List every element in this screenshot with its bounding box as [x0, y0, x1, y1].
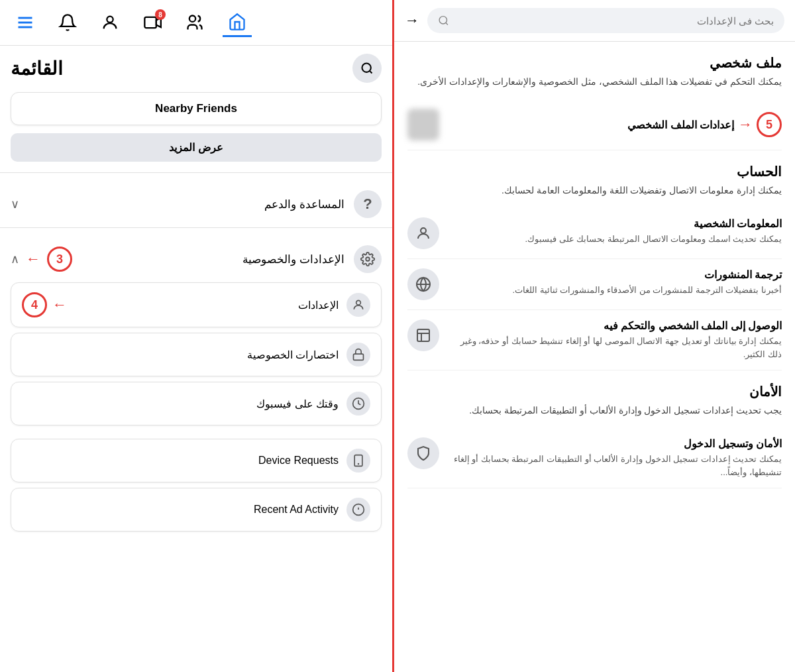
annotation-4: 4	[22, 292, 47, 317]
profile-access-item[interactable]: الوصول إلى الملف الشخصي والتحكم فيه يمكن…	[407, 310, 782, 370]
profile-settings-row[interactable]: 5 → إعدادات الملف الشخصي	[407, 99, 782, 150]
settings-privacy-item[interactable]: الإعدادات والخصوصية 3 ← ∧	[11, 236, 382, 282]
annotation-5: 5	[757, 112, 782, 137]
top-navigation: 8	[0, 0, 392, 46]
arrow-left-3: ←	[26, 251, 40, 268]
home-icon[interactable]	[223, 8, 252, 37]
svg-rect-11	[354, 354, 364, 360]
svg-point-3	[107, 17, 113, 23]
recent-ad-item[interactable]: Recent Ad Activity	[11, 488, 382, 532]
video-icon[interactable]: 8	[138, 8, 167, 37]
svg-line-19	[446, 23, 448, 25]
svg-rect-23	[417, 329, 429, 341]
svg-point-9	[366, 257, 370, 261]
video-badge: 8	[155, 9, 166, 20]
svg-line-8	[370, 71, 372, 74]
groups-icon[interactable]	[180, 8, 209, 37]
svg-point-10	[356, 300, 361, 305]
time-icon	[346, 392, 370, 416]
ad-icon	[346, 498, 370, 522]
security-icon	[407, 437, 439, 469]
device-requests-item[interactable]: Device Requests	[11, 439, 382, 482]
security-section: الأمان يجب تحديث إعدادات تسجيل الدخول وإ…	[407, 384, 782, 488]
divider	[0, 172, 392, 173]
profile-section: ملف شخصي يمكنك التحكم في تفضيلات هذا الم…	[407, 55, 782, 150]
account-section: الحساب يمكنك إدارة معلومات الاتصال وتفضي…	[407, 164, 782, 370]
annotation-3: 3	[47, 247, 72, 272]
search-button[interactable]	[352, 54, 382, 83]
menu-icon[interactable]	[11, 8, 40, 37]
settings-icon	[354, 245, 382, 273]
arrow-left-4: ←	[52, 296, 67, 313]
bell-icon[interactable]	[53, 8, 82, 37]
profile-thumbnail	[407, 109, 439, 140]
device-icon	[346, 449, 370, 473]
divider2	[0, 227, 392, 228]
help-support-item[interactable]: ? المساعدة والدعم ∨	[11, 181, 382, 227]
translate-item[interactable]: ترجمة المنشورات أخبرنا بتفضيلات الترجمة …	[407, 259, 782, 310]
facebook-time-item[interactable]: وقتك على فيسبوك	[11, 382, 382, 425]
page-title: القائمة	[11, 58, 63, 80]
search-input[interactable]	[456, 15, 774, 27]
settings-sub-icon	[346, 293, 370, 317]
svg-point-6	[189, 16, 195, 22]
personal-info-icon	[407, 217, 439, 249]
personal-info-item[interactable]: المعلومات الشخصية يمكنك تحديث اسمك ومعلو…	[407, 208, 782, 259]
translate-icon	[407, 268, 439, 300]
right-content: ملف شخصي يمكنك التحكم في تفضيلات هذا الم…	[394, 42, 795, 672]
profile-access-icon	[407, 319, 439, 351]
svg-point-18	[439, 17, 447, 24]
svg-rect-4	[144, 17, 156, 28]
security-login-item[interactable]: الأمان وتسجيل الدخول يمكنك تحديث إعدادات…	[407, 428, 782, 488]
right-panel: → ملف شخصي يمكنك التحكم في تفضيلات هذا ا…	[394, 0, 795, 672]
profile-nav-icon[interactable]	[95, 8, 125, 37]
chevron-up-icon: ∧	[11, 252, 19, 266]
left-content: القائمة Nearby Friends عرض المزيد ? المس…	[0, 46, 392, 672]
settings-item[interactable]: الإعدادات ← 4	[11, 282, 382, 327]
arrow-right-5: →	[738, 116, 753, 133]
nearby-friends-item[interactable]: Nearby Friends	[11, 92, 382, 125]
left-header: القائمة	[11, 54, 382, 83]
privacy-icon	[346, 343, 370, 366]
privacy-shortcuts-item[interactable]: اختصارات الخصوصية	[11, 333, 382, 376]
chevron-down-icon: ∨	[11, 197, 19, 211]
svg-point-20	[421, 228, 426, 233]
search-icon	[438, 15, 449, 27]
help-icon: ?	[354, 190, 382, 218]
show-more-button[interactable]: عرض المزيد	[11, 133, 382, 162]
svg-point-7	[362, 64, 371, 72]
right-top-bar: →	[394, 0, 795, 42]
settings-search-box[interactable]	[427, 8, 784, 33]
back-arrow[interactable]: →	[405, 12, 419, 29]
